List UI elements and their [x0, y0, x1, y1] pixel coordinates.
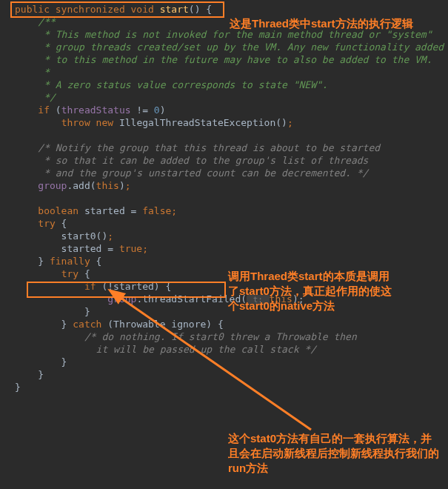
code-line [15, 192, 448, 204]
code-line: group.threadStartFailed( t: this); [15, 293, 448, 305]
code-line: * so that it can be added to the group's… [15, 154, 448, 167]
code-line: * [15, 66, 448, 79]
code-line: } [15, 381, 448, 393]
code-line: } finally { [15, 255, 448, 267]
code-block: public synchronized void start() { /** *… [0, 0, 448, 396]
code-line: try { [15, 217, 448, 230]
code-line: try { [15, 267, 448, 280]
code-line: } [15, 368, 448, 381]
code-line: started = true; [15, 242, 448, 255]
code-line: boolean started = false; [15, 204, 448, 217]
code-line: /** [15, 16, 448, 28]
code-line: start0(); [15, 230, 448, 242]
code-line: * to this method in the future may have … [15, 53, 448, 66]
code-line: * A zero status value corresponds to sta… [15, 79, 448, 91]
code-line: } [15, 356, 448, 368]
code-line: } [15, 305, 448, 318]
code-line: throw new IllegalThreadStateException(); [15, 116, 448, 129]
code-line: group.add(this); [15, 179, 448, 192]
code-line: * This method is not invoked for the mai… [15, 28, 448, 41]
code-line: if (threadStatus != 0) [15, 104, 448, 116]
code-line: public synchronized void start() { [15, 3, 448, 16]
code-line: } catch (Throwable ignore) { [15, 318, 448, 330]
code-line: it will be passed up the call stack */ [15, 343, 448, 356]
code-line [15, 129, 448, 142]
code-line: if (!started) { [15, 280, 448, 293]
code-line: /* do nothing. If start0 threw a Throwab… [15, 330, 448, 343]
code-line: /* Notify the group that this thread is … [15, 142, 448, 154]
code-line: * group threads created/set up by the VM… [15, 41, 448, 53]
annotation-start0-algorithm: 这个stat0方法有自己的一套执行算法，并且会在启动新线程后控制新线程执行我们的… [228, 431, 443, 476]
code-line: */ [15, 91, 448, 104]
code-line: * and the group's unstarted count can be… [15, 167, 448, 179]
